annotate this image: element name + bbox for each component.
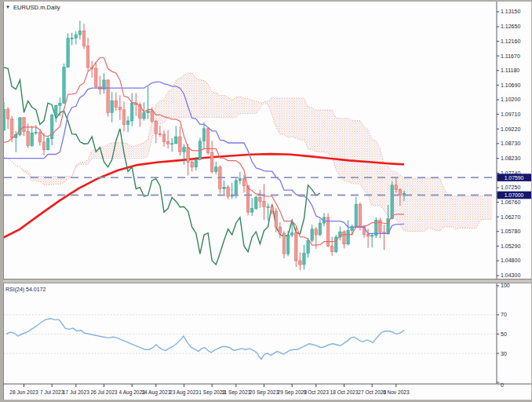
candle-body [19,118,21,135]
candle-body [299,261,301,265]
candle-body [191,162,193,167]
candle-body [239,179,241,181]
rsi-axis-label: 70 [501,312,507,317]
price-axis-label: 1.10690 [501,82,520,88]
candle-body [263,201,265,206]
candle-body [275,211,277,227]
candle-body [126,121,129,125]
candle-body [166,142,169,144]
date-label: 14 Aug 2023 [141,389,170,396]
candle-body [78,31,81,35]
price-axis-label: 1.09220 [501,126,520,132]
price-axis-label: 1.12650 [501,24,520,29]
price-axis-label: 1.04800 [501,258,520,263]
price-axis-label: 1.09710 [501,111,520,117]
date-label: 18 Oct 2023 [330,389,359,395]
candle-body [95,68,97,86]
date-label: 17 Jul 2023 [63,389,89,395]
rsi-axis-label: 30 [501,351,507,356]
price-axis-label: 1.11670 [501,53,520,59]
candle-body [6,109,9,119]
candle-body [155,121,157,133]
date-label: 9 Oct 2023 [304,389,330,395]
price-axis-label: 1.08730 [501,141,520,146]
candle-body [227,188,229,196]
candle-body [391,185,393,219]
price-level-badge: 1.07000 [497,192,532,199]
svg-text:1.07000: 1.07000 [505,192,524,198]
candle-body [143,113,145,119]
candle-body [267,206,269,207]
date-label: 26 Jul 2023 [90,389,117,395]
price-axis-label: 1.04300 [501,272,520,278]
candle-body [286,235,289,254]
price-axis-label: 1.06270 [501,214,520,220]
candle-body [195,159,197,167]
candle-body [183,148,185,152]
rsi-axis-label: 100 [501,283,510,288]
rsi-label: RSI(24) 54.0172 [5,287,46,293]
candle-body [235,181,237,196]
candle-body [242,179,245,186]
date-label: 20 Sep 2023 [250,389,279,396]
candle-body [151,111,153,121]
date-label: 29 Sep 2023 [277,389,307,396]
rsi-axis-label: 50 [501,331,507,337]
svg-text:1.07590: 1.07590 [505,175,524,181]
candle-body [319,223,321,235]
candle-body [82,31,85,46]
symbol-dropdown-icon[interactable]: ▼ [5,5,10,9]
candle-body [259,198,261,202]
candle-body [122,110,125,125]
candle-body [131,103,133,121]
candle-body [27,132,29,146]
candle-body [147,111,149,113]
candle-body [159,134,161,135]
candle-body [11,119,13,138]
date-label: 28 Jun 2023 [9,389,38,395]
candle-body [359,204,361,227]
chart-title: EURUSD.m.Daily [13,4,60,11]
candle-body [371,236,373,236]
candle-body [46,139,49,150]
candle-body [251,209,253,213]
candle-body [395,185,397,190]
candle-body [59,104,61,106]
candle-body [23,118,25,132]
price-axis-label: 1.07250 [501,185,520,190]
candle-body [246,186,249,212]
candle-body [366,235,369,236]
date-label: 7 Jul 2023 [40,389,64,395]
rsi-axis-label: 0 [501,382,504,388]
date-label: 6 Nov 2023 [383,389,410,395]
candle-body [171,144,173,144]
candle-body [107,80,109,112]
price-axis-label: 1.10200 [501,97,520,102]
main-chart[interactable]: 1.131501.126501.121601.116701.111801.106… [0,0,532,402]
date-label: 11 Sep 2023 [221,389,250,396]
price-level-badge: 1.07590 [497,174,532,181]
price-axis-label: 1.08230 [501,155,520,161]
candle-body [175,137,177,144]
candle-body [111,101,113,113]
candle-body [331,246,333,251]
candle-body [343,232,345,244]
candle-body [67,38,69,68]
candle-body [295,233,297,261]
candle-body [38,133,41,142]
price-axis-label: 1.12160 [501,38,520,44]
candle-body [291,233,293,236]
price-axis-label: 1.13150 [501,9,520,14]
price-axis-label: 1.11180 [501,68,519,73]
candle-body [115,101,117,108]
candle-body [215,167,217,172]
candle-body [179,137,181,152]
candle-body [303,254,305,265]
candle-body [71,38,73,38]
candle-body [282,233,285,254]
pane-resizer[interactable] [3,280,531,283]
candle-body [355,204,357,227]
candle-body [271,206,273,211]
candle-body [187,148,189,163]
candle-body [63,68,65,104]
